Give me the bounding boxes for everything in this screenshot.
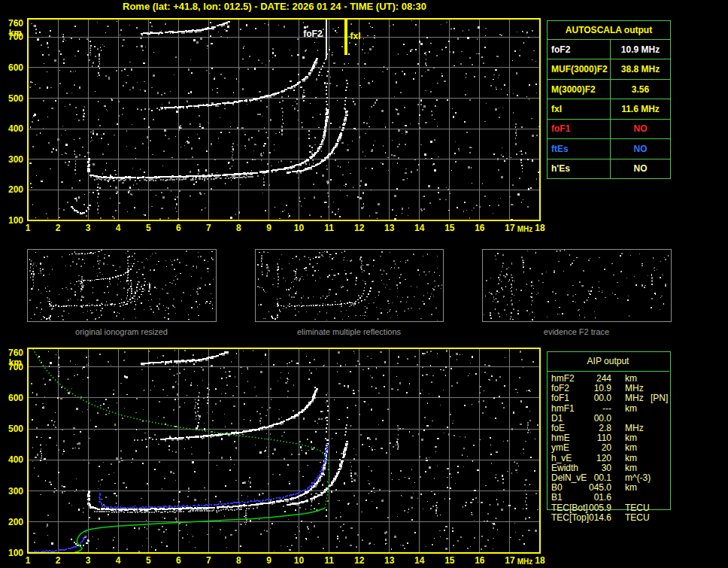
autoscala-output-table: AUTOSCALA output foF210.9 MHzMUF(3000)F2…	[547, 20, 671, 179]
autoscala-row-value: 3.56	[611, 80, 670, 99]
aip-value: 01.6	[574, 493, 611, 503]
aip-value: 110	[574, 433, 611, 443]
aip-row: Ewidth30km	[547, 463, 671, 473]
autoscala-row-label: ftEs	[548, 139, 611, 158]
aip-row: ymE20km	[547, 443, 671, 453]
x-tick-label: 7	[206, 223, 211, 233]
x-tick-label: 3	[86, 223, 91, 233]
aip-unit: TECU	[625, 513, 650, 523]
aip-row: h_vE120km	[547, 454, 671, 463]
aip-profile-plot: 760700600500400300200100km12345678910111…	[0, 340, 557, 568]
panel-caption-eliminate: eliminate multiple reflections	[254, 327, 444, 336]
autoscala-row: foF1NO	[548, 120, 670, 139]
aip-value: 005.9	[574, 503, 611, 513]
aip-unit: km	[625, 374, 637, 384]
x-tick-label: 14	[414, 555, 425, 566]
aip-value: 00.0	[574, 414, 611, 424]
autoscala-row-label: fxI	[548, 99, 611, 118]
x-tick-label: 8	[236, 555, 241, 566]
x-tick-label: 13	[384, 223, 395, 233]
x-tick-label: 7	[206, 555, 211, 566]
autoscala-row: ftEsNO	[548, 139, 670, 159]
aip-unit: km	[625, 404, 637, 414]
y-tick-label: km	[9, 357, 22, 368]
x-tick-label: 1	[26, 555, 31, 566]
x-tick-label: 15	[444, 555, 455, 566]
aip-label: hmF2	[551, 374, 575, 384]
x-axis-unit-label: MHz	[517, 557, 533, 566]
aip-row: hmF1---km	[547, 404, 671, 414]
x-tick-label: 1	[26, 223, 31, 233]
aip-value: 00.0	[574, 393, 611, 403]
aip-value: 20	[574, 443, 611, 453]
x-tick-label: 5	[146, 555, 151, 566]
aip-row: foE2.8MHz	[547, 424, 671, 433]
autoscala-row-label: foF1	[548, 120, 611, 138]
aip-row: TEC[Top]014.6TECU	[547, 513, 671, 523]
aip-unit: MHz	[625, 393, 644, 403]
x-tick-label: 9	[266, 555, 271, 566]
x-tick-label: 13	[384, 555, 395, 566]
x-tick-label: 11	[324, 555, 334, 566]
x-tick-label: 8	[236, 223, 241, 233]
x-tick-label: 9	[266, 223, 271, 233]
aip-row: hmF2244km	[547, 374, 671, 384]
aip-value: 244	[574, 374, 611, 384]
aip-label: B0	[551, 483, 563, 493]
y-tick-label: 500	[8, 424, 23, 434]
aip-label: h_vE	[551, 454, 572, 463]
x-tick-label: 15	[444, 223, 455, 233]
aip-unit: m^(-3)	[625, 473, 651, 483]
aip-row: D100.0	[547, 414, 671, 424]
autoscala-row: fxI11.6 MHz	[548, 99, 670, 119]
aip-value: 120	[574, 454, 611, 463]
aip-label: foF1	[551, 393, 569, 403]
y-tick-label: 200	[8, 184, 23, 195]
y-tick-label: 760	[8, 348, 23, 358]
aip-row: TEC[Bot]005.9TECU	[547, 503, 671, 513]
x-tick-label: 12	[354, 223, 365, 233]
autoscala-row: foF210.9 MHz	[548, 40, 670, 59]
aip-label: hmE	[551, 433, 570, 443]
x-axis-unit-label: MHz	[517, 225, 533, 233]
x-tick-label: 16	[475, 555, 485, 566]
aip-note: [PN]	[651, 393, 668, 403]
x-tick-label: 2	[56, 555, 61, 566]
aip-unit: MHz	[625, 424, 644, 433]
autoscala-row-value: NO	[611, 139, 670, 158]
aip-row: foF100.0MHz[PN]	[547, 393, 671, 403]
x-tick-label: 16	[475, 223, 485, 233]
scaled-ionogram-plot: foF2fxI760700600500400300200100km1234567…	[0, 0, 557, 239]
autoscala-row: h'EsNO	[548, 159, 670, 178]
aip-value: 045.0	[574, 483, 611, 493]
aip-unit: km	[625, 433, 637, 443]
x-tick-label: 2	[56, 223, 61, 233]
x-tick-label: 5	[146, 223, 151, 233]
aip-label: D1	[551, 414, 563, 424]
aip-value: 2.8	[574, 424, 611, 433]
y-tick-label: 300	[8, 486, 23, 497]
autoscala-row-value: 11.6 MHz	[611, 99, 670, 118]
y-tick-label: 200	[8, 517, 23, 527]
x-tick-label: 10	[294, 223, 305, 233]
aip-label: ymE	[551, 443, 569, 453]
autoscala-row-label: M(3000)F2	[548, 80, 611, 99]
aip-label: B1	[551, 493, 563, 503]
aip-value: 014.6	[574, 513, 611, 523]
marker-label-foF2: foF2	[303, 29, 323, 39]
x-tick-label: 4	[116, 555, 121, 566]
aip-label: foF2	[551, 384, 569, 393]
aip-unit: km	[625, 463, 637, 473]
autoscala-row-value: NO	[611, 159, 670, 178]
aip-output-table: AIP output hmF2244kmfoF210.9MHzfoF100.0M…	[547, 351, 671, 523]
aip-label: foE	[551, 424, 565, 433]
aip-value: 10.9	[574, 384, 611, 393]
x-tick-label: 10	[294, 555, 305, 566]
panel-eliminate-reflections	[254, 248, 444, 322]
aip-unit: MHz	[625, 384, 644, 393]
panel-evidence-f2-trace	[481, 248, 672, 322]
autoscala-row-label: foF2	[548, 40, 611, 59]
x-tick-label: 11	[324, 223, 334, 233]
aip-unit: km	[625, 483, 637, 493]
y-tick-label: 300	[8, 154, 23, 165]
